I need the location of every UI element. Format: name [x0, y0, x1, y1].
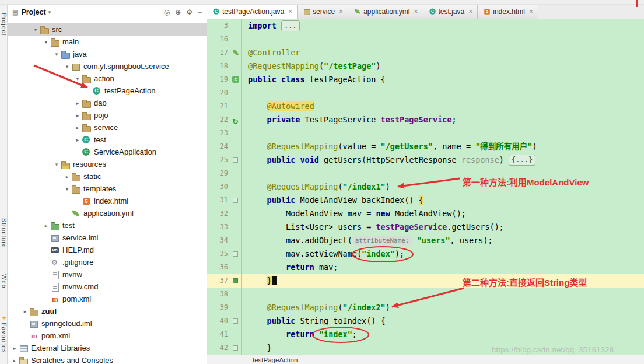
- spring-marker-icon[interactable]: [233, 50, 239, 55]
- code-line-31[interactable]: 31 public ModelAndView backIndex() {: [207, 194, 644, 207]
- project-panel-title[interactable]: Project: [21, 8, 46, 16]
- code-line-25[interactable]: 25 public void getUsers(HttpServletRespo…: [207, 153, 644, 167]
- chevron-down-icon[interactable]: ▾: [52, 51, 61, 57]
- chevron-down-icon[interactable]: ▾: [52, 162, 61, 167]
- editor[interactable]: 3import ...1617@Controller18@RequestMapp…: [207, 19, 644, 355]
- tab-close-icon[interactable]: ×: [288, 8, 292, 15]
- tree-item-scratches-and-consoles[interactable]: ▸Scratches and Consoles: [8, 354, 206, 364]
- tab-test-java[interactable]: test.java×: [424, 5, 478, 19]
- tab-application-yml[interactable]: application.yml×: [348, 5, 423, 19]
- tree-item-gitignore[interactable]: .gitignore: [8, 256, 206, 268]
- tab-service[interactable]: service×: [298, 5, 348, 19]
- settings-icon[interactable]: ⚙: [186, 8, 192, 16]
- tree-item-external-libraries[interactable]: ▸External Libraries: [8, 342, 206, 354]
- tree-item-static[interactable]: ▸static: [8, 170, 206, 183]
- tree-item-pojo[interactable]: ▸pojo: [8, 109, 206, 121]
- tree-item-label: static: [83, 172, 101, 181]
- tree-item-mvnw-cmd[interactable]: mvnw.cmd: [8, 281, 206, 293]
- tree-item-pom-xml[interactable]: pom.xml: [8, 293, 206, 305]
- tool-window-button-web[interactable]: Web: [0, 274, 8, 288]
- tree-item-main[interactable]: ▾main: [8, 36, 206, 48]
- code-line-36[interactable]: 36 return mav;: [207, 261, 644, 274]
- chevron-right-icon[interactable]: ▸: [63, 174, 71, 180]
- collapse-all-icon[interactable]: ⊕: [175, 8, 181, 16]
- tree-item-mvnw[interactable]: mvnw: [8, 268, 206, 281]
- tool-window-button-favorites[interactable]: ★Favorites: [0, 315, 8, 353]
- code-line-33[interactable]: 33 List<User> users = testPageService.ge…: [207, 220, 644, 234]
- chevron-down-icon[interactable]: ▾: [48, 9, 51, 15]
- code-line-3[interactable]: 3import ...: [207, 19, 644, 33]
- chevron-down-icon[interactable]: ▾: [32, 27, 40, 33]
- tree-item-application-yml[interactable]: application.yml: [8, 207, 206, 219]
- tab-close-icon[interactable]: ×: [414, 8, 418, 15]
- code-line-19[interactable]: 19public class testPageAction {: [207, 73, 644, 86]
- tool-window-button-structure[interactable]: Structure: [0, 218, 8, 249]
- chevron-down-icon[interactable]: ▾: [63, 186, 71, 192]
- tree-item-dao[interactable]: ▸dao: [8, 97, 206, 109]
- tree-item-com-yl-springboot-service[interactable]: ▾com.yl.springboot.service: [8, 60, 206, 72]
- hide-panel-icon[interactable]: −: [198, 8, 202, 16]
- chevron-down-icon[interactable]: ▾: [42, 39, 50, 45]
- tree-item-help-md[interactable]: HELP.md: [8, 244, 206, 256]
- code-line-40[interactable]: 40 public String toIndex() {: [207, 314, 644, 328]
- code-line-16[interactable]: 16: [207, 33, 644, 46]
- tree-item-index-html[interactable]: index.html: [8, 195, 206, 207]
- chevron-right-icon[interactable]: ▸: [42, 223, 50, 229]
- fold-marker[interactable]: [233, 158, 238, 163]
- breadcrumb[interactable]: testPageAction: [253, 356, 298, 363]
- class-marker-icon[interactable]: [232, 76, 239, 83]
- locate-file-icon[interactable]: ◎: [164, 8, 170, 16]
- tree-item-springcloud-iml[interactable]: springcloud.iml: [8, 317, 206, 330]
- fold-marker[interactable]: [233, 318, 238, 324]
- tab-close-icon[interactable]: ×: [468, 8, 473, 15]
- fold-marker[interactable]: [233, 345, 238, 351]
- fold-marker-active[interactable]: [233, 278, 238, 284]
- tree-item-zuul[interactable]: ▸zuul: [8, 305, 206, 317]
- chevron-down-icon[interactable]: ▾: [74, 76, 82, 82]
- code-line-29[interactable]: 29: [207, 167, 644, 180]
- code-line-24[interactable]: 24 @RequestMapping(value = "/getUsers", …: [207, 140, 644, 153]
- tree-item-serviceapplication[interactable]: ServiceApplication: [8, 146, 206, 158]
- tree-item-testpageaction[interactable]: testPageAction: [8, 85, 206, 97]
- tab-index-html[interactable]: index.html×: [478, 5, 538, 19]
- code-line-32[interactable]: 32 ModelAndView mav = new ModelAndView()…: [207, 207, 644, 220]
- code-line-22[interactable]: 22 private TestPageService testPageServi…: [207, 113, 644, 127]
- fold-marker[interactable]: [233, 198, 238, 203]
- tree-item-test[interactable]: ▸test: [8, 219, 206, 232]
- chevron-right-icon[interactable]: ▸: [10, 358, 19, 363]
- code-line-37[interactable]: 37 }: [207, 274, 644, 288]
- tree-item-service-iml[interactable]: service.iml: [8, 232, 206, 244]
- code-line-41[interactable]: 41 return "index";: [207, 328, 644, 341]
- code-line-20[interactable]: 20: [207, 86, 644, 100]
- tree-item-service[interactable]: ▸service: [8, 121, 206, 134]
- chevron-right-icon[interactable]: ▸: [74, 137, 82, 143]
- tree-item-templates[interactable]: ▾templates: [8, 183, 206, 195]
- tab-close-icon[interactable]: ×: [529, 8, 533, 15]
- code-line-38[interactable]: 38: [207, 288, 644, 301]
- tool-window-button-project[interactable]: Project: [0, 13, 8, 36]
- tree-item-src[interactable]: ▾src: [8, 23, 206, 36]
- tree-item-action[interactable]: ▾action: [8, 72, 206, 85]
- chevron-right-icon[interactable]: ▸: [74, 100, 82, 106]
- code-line-39[interactable]: 39 @RequestMapping("/index2"): [207, 301, 644, 314]
- chevron-right-icon[interactable]: ▸: [74, 113, 82, 118]
- chevron-right-icon[interactable]: ▸: [74, 125, 82, 131]
- code-line-34[interactable]: 34 mav.addObject(attributeName: "users",…: [207, 234, 644, 247]
- tree-item-test[interactable]: ▸test: [8, 134, 206, 146]
- code-line-23[interactable]: 23: [207, 127, 644, 140]
- code-line-21[interactable]: 21 @Autowired: [207, 100, 644, 113]
- tab-testpageaction-java[interactable]: testPageAction.java×: [207, 5, 298, 19]
- chevron-right-icon[interactable]: ▸: [10, 345, 19, 351]
- tree-item-pom-xml[interactable]: pom.xml: [8, 330, 206, 342]
- code-line-30[interactable]: 30 @RequestMapping("/index1"): [207, 180, 644, 194]
- chevron-right-icon[interactable]: ▸: [21, 309, 29, 314]
- tree-item-resources[interactable]: ▾resources: [8, 158, 206, 170]
- code-line-18[interactable]: 18@RequestMapping("/testPage"): [207, 60, 644, 73]
- code-line-17[interactable]: 17@Controller: [207, 46, 644, 60]
- tab-close-icon[interactable]: ×: [339, 8, 343, 15]
- chevron-down-icon[interactable]: ▾: [63, 64, 71, 69]
- tree-item-java[interactable]: ▾java: [8, 48, 206, 60]
- autowired-bean-icon[interactable]: [232, 116, 239, 123]
- code-line-35[interactable]: 35 mav.setViewName("index");: [207, 247, 644, 261]
- fold-marker[interactable]: [233, 251, 238, 257]
